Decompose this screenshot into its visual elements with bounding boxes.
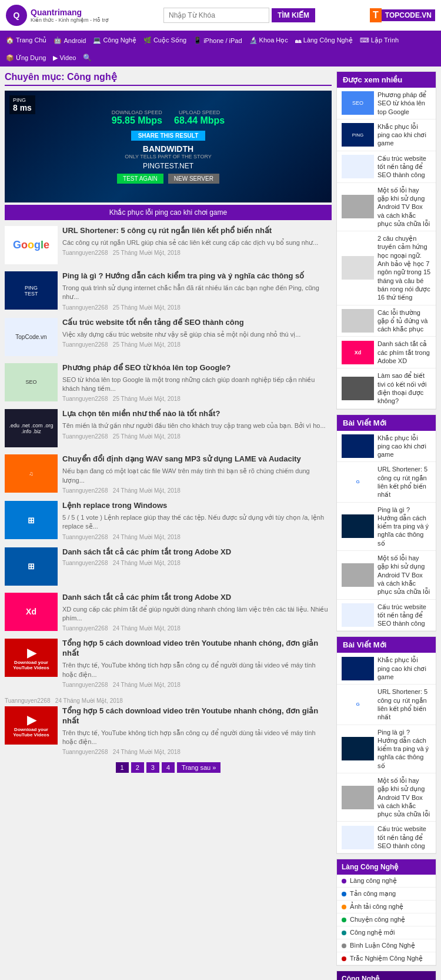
new-server-btn[interactable]: NEW SERVER xyxy=(168,174,219,184)
page-4-btn[interactable]: 4 xyxy=(162,762,175,773)
sidebar-link[interactable]: Bình Luận Công Nghệ xyxy=(337,939,436,952)
article-thumb[interactable]: .edu .net .com .org .info .biz xyxy=(5,409,58,447)
article-content: Tổng hợp 5 cách download video trên Yout… xyxy=(62,639,332,688)
science-icon: 🔬 xyxy=(249,36,258,44)
article-title[interactable]: Phương pháp để SEO từ khóa lên top Googl… xyxy=(62,363,332,373)
nav-item-cuocsong[interactable]: 🌿Cuộc Sống xyxy=(140,32,190,49)
panel-item[interactable]: Làm sao để biết tivi có kết nối với điện… xyxy=(337,368,436,408)
nav-item-laptrinh[interactable]: ⌨Lập Trình xyxy=(356,32,402,49)
dot-icon xyxy=(342,892,346,896)
download-label: DOWNLOAD SPEED xyxy=(112,109,162,115)
nav-search-icon[interactable]: 🔍 xyxy=(79,49,95,67)
article-content: Cấu trúc website tốt nền tảng để SEO thà… xyxy=(62,318,332,356)
nav-item-ungdung[interactable]: 📦Ứng Dụng xyxy=(2,49,49,67)
article-thumb[interactable]: PINGTEST xyxy=(5,271,58,310)
panel-item[interactable]: Cấu trúc website tốt nền tảng để SEO thà… xyxy=(337,600,436,632)
adobe-icon: Xd xyxy=(355,350,362,356)
sidebar-widget-header-lang: Làng Công Nghệ xyxy=(337,859,436,875)
panel-item[interactable]: 2 câu chuyện truyền cảm hứng học ngoại n… xyxy=(337,231,436,305)
panel-item[interactable]: Khắc phục lỗi ping cao khi chơi game xyxy=(337,431,436,463)
article-title[interactable]: URL Shortener: 5 công cụ rút ngắn liên k… xyxy=(62,226,332,236)
article-thumb[interactable]: ▶ Download yourYouTube Videos xyxy=(5,706,58,745)
nav-item-trangchu[interactable]: 🏠Trang Chủ xyxy=(2,32,50,49)
article-thumb[interactable]: ▶ Download yourYouTube Videos xyxy=(5,639,58,677)
nav-item-congnghe[interactable]: 💻Công Nghệ xyxy=(89,32,140,49)
article-title[interactable]: Chuyển đổi định dạng WAV sang MP3 sử dụn… xyxy=(62,454,332,464)
windows2-thumb-icon: ⊞ xyxy=(28,562,35,571)
panel-item[interactable]: G URL Shortener: 5 công cụ rút ngắn liên… xyxy=(337,462,436,502)
logo-icon[interactable]: Q xyxy=(6,5,27,26)
panel-item[interactable]: Cấu trúc website tốt nền tảng để SEO thà… xyxy=(337,151,436,183)
panel-thumb xyxy=(342,657,374,680)
article-excerpt: Việc xây dựng cấu trúc website như vậy s… xyxy=(62,330,332,339)
article-date: 24 Tháng Mười Một, 2018 xyxy=(113,625,181,632)
nav-item-khoahoc[interactable]: 🔬Khoa Học xyxy=(246,32,292,49)
topcode-logo[interactable]: T TOPCODE.VN xyxy=(370,8,435,22)
article-title[interactable]: Cấu trúc website tốt nền tảng để SEO thà… xyxy=(62,318,332,328)
nav-item-iphone[interactable]: 📱iPhone / iPad xyxy=(190,32,245,49)
panel-text: 2 câu chuyện truyền cảm hứng học ngoại n… xyxy=(377,234,431,301)
panel-item[interactable]: Một số lỗi hay gặp khi sử dụng Android T… xyxy=(337,773,436,822)
article-meta: Tuannguyen2268 25 Tháng Mười Một, 2018 xyxy=(62,304,332,311)
nav-item-android[interactable]: 🤖Android xyxy=(50,32,89,49)
page-next-btn[interactable]: Trang sau » xyxy=(177,762,220,773)
panel-item[interactable]: PING Khắc phục lỗi ping cao khi chơi gam… xyxy=(337,119,436,151)
panel-thumb xyxy=(342,563,374,587)
new-posts-panel-2: Bài Viết Mới Khắc phục lỗi ping cao khi … xyxy=(336,636,436,854)
article-content: Ping là gì ? Hướng dẫn cách kiểm tra pin… xyxy=(62,271,332,311)
panel-item[interactable]: SEO Phương pháp để SEO từ khóa lên top G… xyxy=(337,88,436,119)
page-3-btn[interactable]: 3 xyxy=(146,762,159,773)
article-thumb[interactable]: TopCode.vn xyxy=(5,318,58,356)
category-title: Chuyên mục: Công nghệ xyxy=(5,71,332,86)
nav-item-video[interactable]: ▶Video xyxy=(49,49,79,67)
sidebar-link[interactable]: Ảnh tải công nghệ xyxy=(337,901,436,913)
page-1-btn[interactable]: 1 xyxy=(116,762,129,773)
panel-item[interactable]: Ping là gì ? Hướng dẫn cách kiểm tra pin… xyxy=(337,503,436,551)
panel-item[interactable]: Một số lỗi hay gặp khi sử dụng Android T… xyxy=(337,183,436,231)
test-again-btn[interactable]: TEST AGAIN xyxy=(117,174,163,184)
article-item: ⊞ Lệnh replace trong Windows 5 / 5 ( 1 v… xyxy=(5,501,332,540)
panel-text: Một số lỗi hay gặp khi sử dụng Android T… xyxy=(377,554,431,596)
content-area: Chuyên mục: Công nghệ PING 8 ms DOWNLOAD… xyxy=(5,71,336,980)
panel-item[interactable]: G URL Shortener: 5 công cụ rút ngắn liên… xyxy=(337,685,436,725)
article-title[interactable]: Ping là gì ? Hướng dẫn cách kiểm tra pin… xyxy=(62,271,332,281)
article-thumb[interactable]: Google xyxy=(5,226,58,264)
article-thumb[interactable]: SEO xyxy=(5,363,58,401)
article-thumb[interactable]: Xd xyxy=(5,593,58,631)
featured-caption[interactable]: Khắc phục lỗi ping cao khi chơi game xyxy=(5,205,332,220)
ping-box: PING 8 ms xyxy=(9,95,35,114)
ping-thumb-text: PINGTEST xyxy=(23,284,39,298)
share-result-btn[interactable]: SHARE THIS RESULT xyxy=(131,131,206,141)
panel-item[interactable]: Khắc phục lỗi ping cao khi chơi game xyxy=(337,653,436,685)
panel-item[interactable]: Các lỗi thường gặp ổ tủ đứng và cách khắ… xyxy=(337,305,436,337)
article-thumb[interactable]: ⊞ xyxy=(5,547,58,586)
sidebar-link[interactable]: Tản công mạng xyxy=(337,888,436,901)
panel-item[interactable]: Xd Danh sách tắt cả các phím tắt trong A… xyxy=(337,337,436,368)
article-content: Lệnh replace trong Windows 5 / 5 ( 1 vot… xyxy=(62,501,332,540)
article-item: Xd Danh sách tắt cả các phím tắt trong A… xyxy=(5,593,332,632)
article-title[interactable]: Lệnh replace trong Windows xyxy=(62,501,332,511)
sidebar-link[interactable]: Công nghệ mới xyxy=(337,926,436,939)
sidebar-link[interactable]: Chuyện công nghệ xyxy=(337,913,436,926)
article-title[interactable]: Danh sách tắt cả các phím tắt trong Adob… xyxy=(62,593,332,603)
article-title[interactable]: Lựa chọn tên miền như thế nào là tốt nhấ… xyxy=(62,409,332,419)
search-input[interactable] xyxy=(163,8,269,23)
article-title[interactable]: Tổng hợp 5 cách download video trên Yout… xyxy=(62,639,332,659)
panel-item[interactable]: Ping là gì ? Hướng dẫn cách kiểm tra pin… xyxy=(337,725,436,773)
article-title[interactable]: Tổng hợp 5 cách download video trên Yout… xyxy=(62,706,332,726)
article-thumb[interactable]: ⊞ xyxy=(5,501,58,539)
sidebar-link[interactable]: Làng công nghệ xyxy=(337,875,436,888)
article-title[interactable]: Danh sách tắt cả các phím tắt trong Adob… xyxy=(62,547,332,557)
search-button[interactable]: TÌM KIẾM xyxy=(272,8,315,22)
page-2-btn[interactable]: 2 xyxy=(131,762,144,773)
bandwidth-text: BANDWIDTH xyxy=(143,144,193,154)
popular-panel: Được xem nhiều SEO Phương pháp để SEO từ… xyxy=(336,71,436,410)
panel-item[interactable]: Cấu trúc website tốt nền tảng để SEO thà… xyxy=(337,822,436,853)
article-thumb[interactable]: ♫ xyxy=(5,454,58,493)
panel-item[interactable]: Một số lỗi hay gặp khi sử dụng Android T… xyxy=(337,551,436,599)
dot-icon xyxy=(342,956,346,961)
sidebar-link[interactable]: Trắc Nghiệm Công Nghệ xyxy=(337,952,436,965)
nav-item-langcongnghe[interactable]: 🏘Làng Công Nghệ xyxy=(292,32,356,49)
download-box: DOWNLOAD SPEED 95.85 Mbps xyxy=(112,109,162,126)
adobe-thumb-text: Xd xyxy=(26,607,36,616)
